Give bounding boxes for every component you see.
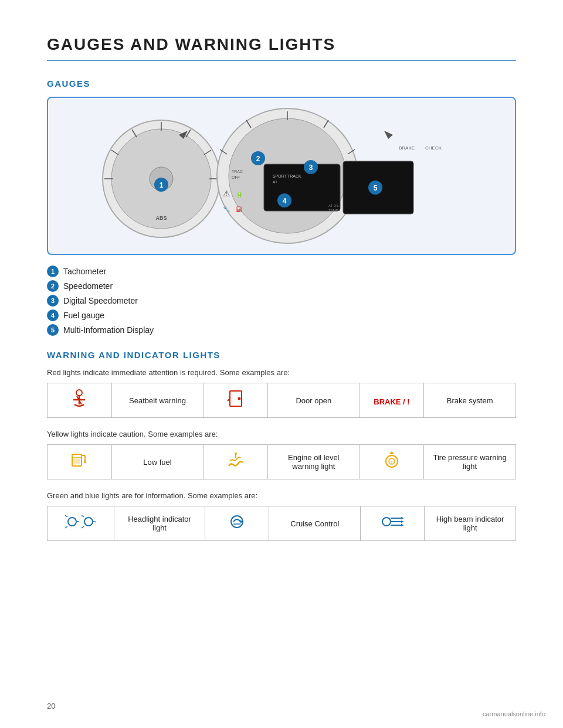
gauge-svg: 1 ABS 2 3 SPORT 4+ TRACK 4 5 bbox=[76, 103, 487, 249]
badge-3: 3 bbox=[47, 295, 59, 307]
svg-point-45 bbox=[76, 390, 82, 396]
oil-label: Engine oil level warning light bbox=[267, 445, 359, 479]
badge-1: 1 bbox=[47, 266, 59, 277]
door-icon bbox=[225, 388, 246, 409]
gauge-item-5: 5 Multi-Information Display bbox=[47, 324, 516, 336]
yellow-row-1: Low fuel Engine oil level warning light … bbox=[48, 445, 516, 479]
gauge-items-list: 1 Tachometer 2 Speedometer 3 Digital Spe… bbox=[47, 266, 516, 336]
badge-4: 4 bbox=[47, 309, 59, 321]
highbeam-icon bbox=[381, 511, 404, 532]
svg-point-76 bbox=[382, 518, 391, 526]
svg-marker-44 bbox=[384, 131, 393, 139]
svg-point-50 bbox=[238, 397, 240, 400]
svg-rect-57 bbox=[73, 459, 80, 464]
headlight-icon bbox=[65, 511, 96, 532]
watermark: carmanualsonline.info bbox=[483, 710, 545, 717]
cruise-icon-cell bbox=[205, 506, 269, 541]
svg-marker-64 bbox=[389, 451, 394, 454]
svg-point-56 bbox=[84, 461, 86, 463]
door-icon-cell bbox=[204, 383, 268, 418]
red-lights-desc: Red lights indicate immediate attention … bbox=[47, 368, 516, 377]
door-label: Door open bbox=[267, 383, 359, 418]
svg-line-68 bbox=[65, 526, 67, 528]
svg-text:5: 5 bbox=[374, 184, 378, 192]
brake-text: BRAKE / ! bbox=[374, 397, 409, 406]
cruise-icon bbox=[226, 511, 247, 532]
svg-text:TEMP: TEMP bbox=[328, 209, 338, 212]
headlight-label: Headlight indicator light bbox=[114, 506, 205, 541]
cruise-label: Cruise Control bbox=[269, 506, 361, 541]
svg-text:CHECK: CHECK bbox=[425, 145, 442, 151]
brake-label: Brake system bbox=[424, 383, 516, 418]
red-lights-table: Seatbelt warning Door open BRAKE / ! Bra… bbox=[47, 383, 516, 418]
oil-icon bbox=[224, 450, 247, 471]
gauge-item-4: 4 Fuel gauge bbox=[47, 309, 516, 321]
gauge-item-3: 3 Digital Speedometer bbox=[47, 295, 516, 307]
highbeam-label: High beam indicator light bbox=[425, 506, 516, 541]
svg-text:⚠: ⚠ bbox=[223, 189, 230, 198]
svg-line-72 bbox=[82, 526, 84, 528]
svg-text:4: 4 bbox=[283, 197, 287, 205]
svg-marker-81 bbox=[401, 521, 404, 523]
seatbelt-icon-cell bbox=[48, 383, 112, 418]
svg-text:3: 3 bbox=[309, 164, 313, 172]
svg-marker-82 bbox=[401, 524, 404, 526]
yellow-lights-desc: Yellow lights indicate caution. Some exa… bbox=[47, 430, 516, 438]
svg-point-59 bbox=[235, 453, 237, 455]
svg-text:🔧: 🔧 bbox=[223, 205, 230, 213]
svg-text:1: 1 bbox=[160, 181, 164, 189]
badge-5: 5 bbox=[47, 324, 59, 336]
svg-point-69 bbox=[84, 518, 93, 526]
badge-2: 2 bbox=[47, 280, 59, 292]
tire-label: Tire pressure warning light bbox=[424, 445, 516, 479]
gauge-item-2: 2 Speedometer bbox=[47, 280, 516, 292]
gauge-item-1: 1 Tachometer bbox=[47, 266, 516, 277]
svg-marker-80 bbox=[401, 517, 404, 519]
red-row-1: Seatbelt warning Door open BRAKE / ! Bra… bbox=[48, 383, 516, 418]
green-lights-desc: Green and blue lights are for informatio… bbox=[47, 491, 516, 500]
svg-text:TRAC: TRAC bbox=[232, 169, 243, 174]
fuel-icon bbox=[69, 450, 90, 471]
seatbelt-label: Seatbelt warning bbox=[111, 383, 204, 418]
highbeam-icon-cell bbox=[361, 506, 425, 541]
svg-text:2: 2 bbox=[256, 155, 260, 163]
svg-text:BRAKE: BRAKE bbox=[399, 145, 415, 151]
green-lights-table: Headlight indicator light Cruise Control bbox=[47, 506, 516, 541]
svg-text:4+: 4+ bbox=[273, 180, 277, 184]
gauges-heading: GAUGES bbox=[47, 79, 516, 89]
svg-text:AT OIL: AT OIL bbox=[328, 204, 340, 207]
lowfuel-label: Low fuel bbox=[111, 445, 204, 479]
yellow-lights-table: Low fuel Engine oil level warning light … bbox=[47, 444, 516, 479]
warning-heading: WARNING AND INDICATOR LIGHTS bbox=[47, 350, 516, 360]
svg-point-65 bbox=[68, 518, 76, 526]
fuel-icon-cell bbox=[48, 445, 112, 479]
brake-icon-cell: BRAKE / ! bbox=[359, 383, 424, 418]
gauge-diagram: 1 ABS 2 3 SPORT 4+ TRACK 4 5 bbox=[47, 97, 516, 255]
oil-icon-cell bbox=[204, 445, 268, 479]
svg-text:🔋: 🔋 bbox=[236, 190, 243, 198]
svg-line-70 bbox=[82, 515, 84, 517]
svg-line-66 bbox=[65, 515, 67, 517]
svg-text:SPORT: SPORT bbox=[273, 174, 287, 178]
tire-icon-cell: ! bbox=[359, 445, 424, 479]
seatbelt-icon bbox=[69, 388, 90, 409]
tire-icon: ! bbox=[381, 450, 402, 471]
svg-text:TRACK: TRACK bbox=[287, 174, 301, 178]
svg-text:⛽: ⛽ bbox=[236, 205, 243, 213]
page-title: GAUGES AND WARNING LIGHTS bbox=[47, 35, 516, 61]
svg-text:ABS: ABS bbox=[155, 215, 167, 221]
svg-text:OFF: OFF bbox=[232, 175, 240, 179]
headlight-icon-cell bbox=[48, 506, 114, 541]
green-row-1: Headlight indicator light Cruise Control bbox=[48, 506, 516, 541]
page-number: 20 bbox=[47, 702, 55, 710]
svg-text:!: ! bbox=[391, 460, 393, 465]
